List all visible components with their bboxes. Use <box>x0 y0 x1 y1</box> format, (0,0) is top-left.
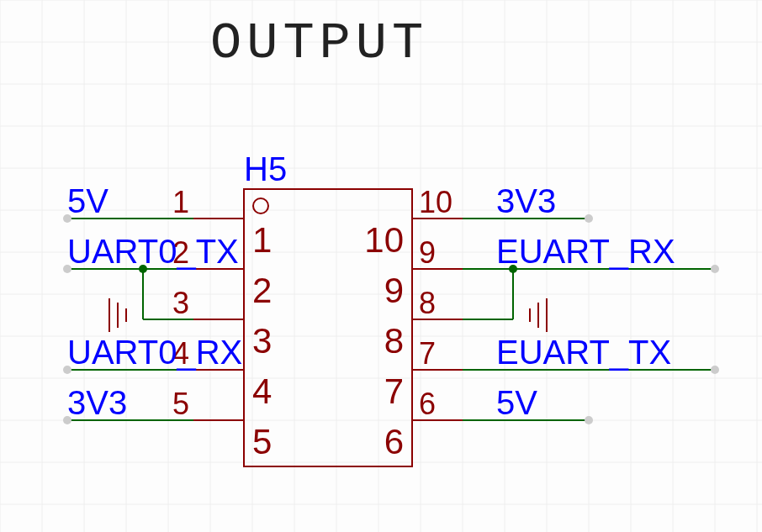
schematic-canvas: OUTPUT H5 1 1 5V 2 2 UART0_TX 3 3 <box>0 0 762 532</box>
pin-number-outer: 5 <box>172 387 189 421</box>
net-label: 5V <box>496 384 537 421</box>
wire-endpoint <box>711 265 719 273</box>
pin-number-inner: 4 <box>252 371 272 411</box>
pin-number-inner: 7 <box>384 371 404 411</box>
pin-number-inner: 3 <box>252 321 272 361</box>
pin-number-inner: 2 <box>252 271 272 310</box>
pin-number-inner: 8 <box>384 321 404 361</box>
gnd-symbol <box>109 298 126 332</box>
left-pins: 1 1 5V 2 2 UART0_TX 3 3 4 4 UART0_RX <box>63 182 272 461</box>
pin-number-inner: 5 <box>252 422 272 461</box>
pin-number-outer: 8 <box>419 286 436 320</box>
net-label: 3V3 <box>67 384 127 421</box>
pin-number-outer: 10 <box>419 185 452 219</box>
pin1-marker <box>253 198 268 213</box>
wire-endpoint <box>585 214 593 223</box>
pin-number-outer: 1 <box>172 185 189 219</box>
pin-number-outer: 6 <box>419 387 436 421</box>
schematic-title: OUTPUT <box>210 13 428 73</box>
right-pins: 10 10 3V3 9 9 EUART_RX 8 8 7 7 EUART_TX <box>364 182 719 461</box>
pin-number-outer: 9 <box>419 235 436 270</box>
junction <box>139 265 147 273</box>
pin-number-outer: 7 <box>419 336 436 371</box>
pin-number-inner: 6 <box>384 422 404 461</box>
pin-number-inner: 9 <box>384 271 404 310</box>
wire-endpoint <box>711 366 719 374</box>
component-designator: H5 <box>244 150 287 187</box>
pin-number-inner: 1 <box>252 220 272 260</box>
net-label: UART0_TX <box>67 233 239 270</box>
net-label: 3V3 <box>496 182 556 219</box>
net-label: 5V <box>67 182 108 219</box>
gnd-symbol <box>530 298 547 332</box>
wire-endpoint <box>585 416 593 424</box>
pin-number-inner: 10 <box>364 220 404 260</box>
pin-number-outer: 3 <box>172 286 189 320</box>
net-label: UART0_RX <box>67 334 242 371</box>
junction <box>509 265 517 273</box>
net-label: EUART_TX <box>496 334 671 371</box>
net-label: EUART_RX <box>496 233 675 270</box>
